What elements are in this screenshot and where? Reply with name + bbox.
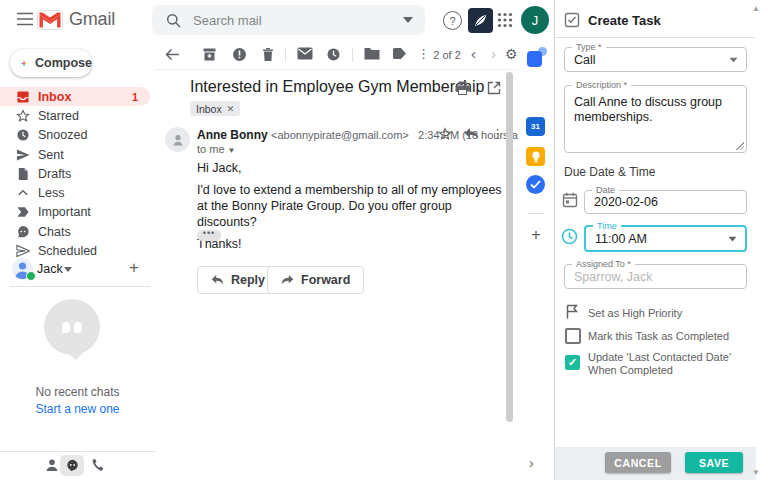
type-select[interactable]: Type * Call bbox=[564, 47, 747, 72]
description-textarea[interactable]: Description * Call Anne to discuss group… bbox=[564, 85, 747, 153]
body-closing: Thanks! bbox=[197, 236, 509, 252]
open-in-new-icon[interactable] bbox=[487, 81, 501, 95]
keep-icon[interactable] bbox=[526, 147, 545, 166]
sidebar-nav: Inbox 1 Starred Snoozed Sent bbox=[0, 87, 155, 261]
hangouts-profile-row: Jack + bbox=[0, 258, 155, 282]
print-icon[interactable] bbox=[455, 81, 470, 95]
star-message-icon[interactable] bbox=[438, 127, 452, 141]
get-addons-plus-icon[interactable]: + bbox=[528, 225, 544, 245]
update-last-contacted-checkbox-checked[interactable]: ✓ bbox=[565, 355, 580, 370]
gmail-header: Gmail Search mail ? J bbox=[0, 0, 554, 42]
sidebar-item-snoozed[interactable]: Snoozed bbox=[0, 126, 155, 145]
sidebar-item-chats[interactable]: Chats bbox=[0, 222, 155, 241]
star-icon bbox=[16, 109, 30, 123]
sidebar-item-drafts[interactable]: Drafts bbox=[0, 164, 155, 183]
sidebar-item-inbox[interactable]: Inbox 1 bbox=[0, 87, 150, 106]
gmail-logo-icon[interactable] bbox=[37, 10, 63, 30]
gmail-wordmark: Gmail bbox=[69, 9, 115, 30]
collapse-panel-chevron-icon[interactable]: › bbox=[529, 455, 534, 471]
date-field[interactable]: Date 2020-02-06 bbox=[584, 190, 747, 214]
copper-icon[interactable] bbox=[527, 47, 547, 67]
help-icon[interactable]: ? bbox=[443, 11, 462, 30]
draft-icon bbox=[16, 167, 30, 181]
hangouts-logo-icon bbox=[44, 299, 100, 355]
recipient-line[interactable]: to me ▼ bbox=[197, 143, 236, 155]
assigned-to-field[interactable]: Assigned To * Sparrow, Jack bbox=[564, 264, 747, 289]
delete-icon[interactable] bbox=[261, 47, 275, 62]
contacts-icon[interactable] bbox=[45, 458, 59, 472]
newer-chevron-icon[interactable]: ‹ bbox=[471, 47, 476, 61]
body-greeting: Hi Jack, bbox=[197, 160, 509, 176]
new-chat-plus-icon[interactable]: + bbox=[126, 258, 142, 278]
sidebar-item-less[interactable]: Less bbox=[0, 183, 155, 202]
mark-unread-icon[interactable] bbox=[297, 47, 313, 60]
pagination-count: 2 of 2 bbox=[425, 49, 469, 61]
gmail-sidebar: Compose Inbox 1 Starred Snoozed bbox=[0, 41, 155, 480]
save-button[interactable]: SAVE bbox=[685, 452, 743, 473]
older-chevron-icon[interactable]: › bbox=[491, 47, 496, 61]
priority-flag-icon[interactable] bbox=[565, 304, 579, 319]
presence-dot bbox=[26, 271, 36, 281]
message-more-icon[interactable]: ⋮ bbox=[491, 126, 504, 141]
description-label: Description * bbox=[572, 80, 631, 91]
google-apps-icon[interactable] bbox=[497, 12, 513, 28]
completed-option-label[interactable]: Mark this Task as Completed bbox=[588, 330, 729, 343]
time-caret-icon[interactable] bbox=[728, 236, 737, 241]
tasks-icon[interactable] bbox=[526, 175, 545, 194]
type-value: Call bbox=[574, 53, 596, 67]
copper-extension-icon[interactable] bbox=[468, 8, 493, 33]
search-input[interactable]: Search mail bbox=[193, 13, 403, 28]
profile-name[interactable]: Jack bbox=[37, 262, 63, 276]
start-new-chat-link[interactable]: Start a new one bbox=[0, 402, 155, 416]
search-bar[interactable]: Search mail bbox=[152, 5, 425, 35]
cancel-button[interactable]: CANCEL bbox=[605, 452, 671, 473]
sender-email: <abonnypirate@gmail.com> bbox=[271, 129, 409, 141]
priority-option-label[interactable]: Set as High Priority bbox=[588, 307, 682, 320]
completed-checkbox[interactable] bbox=[565, 328, 581, 344]
chevron-up-icon bbox=[16, 186, 30, 200]
panel-scroll-up-icon[interactable]: ▲ bbox=[752, 4, 760, 13]
mail-scrollbar[interactable] bbox=[506, 72, 513, 422]
details-caret-icon[interactable]: ▼ bbox=[228, 146, 236, 155]
type-caret-icon[interactable] bbox=[729, 57, 738, 62]
sidebar-item-starred[interactable]: Starred bbox=[0, 106, 155, 125]
toolbar-separator bbox=[285, 48, 286, 62]
addon-strip: 31 + › bbox=[518, 41, 554, 480]
labels-icon[interactable] bbox=[392, 47, 407, 60]
snooze-icon[interactable] bbox=[326, 47, 341, 62]
compose-button[interactable]: Compose bbox=[10, 49, 92, 77]
search-options-caret-icon[interactable] bbox=[403, 17, 413, 23]
resize-handle-icon[interactable] bbox=[736, 142, 744, 150]
sidebar-item-important[interactable]: Important bbox=[0, 203, 155, 222]
panel-scroll-down-icon[interactable]: ▼ bbox=[752, 468, 760, 477]
hamburger-icon[interactable] bbox=[16, 12, 34, 26]
inbox-icon bbox=[16, 90, 30, 104]
report-spam-icon[interactable] bbox=[232, 47, 247, 62]
assigned-to-value: Sparrow, Jack bbox=[574, 270, 653, 284]
update-last-contacted-label[interactable]: Update 'Last Contacted Date' When Comple… bbox=[588, 351, 740, 377]
account-avatar[interactable]: J bbox=[521, 6, 549, 34]
reply-arrow-icon bbox=[211, 275, 224, 285]
sidebar-item-sent[interactable]: Sent bbox=[0, 145, 155, 164]
mail-view: ⋮ 2 of 2 ‹ › ⚙ Interested in Employee Gy… bbox=[155, 41, 518, 480]
reply-icon[interactable] bbox=[464, 128, 479, 140]
forward-button[interactable]: Forward bbox=[267, 266, 364, 294]
mail-toolbar: ⋮ 2 of 2 ‹ › ⚙ bbox=[155, 41, 518, 70]
calendar-icon[interactable]: 31 bbox=[526, 117, 545, 136]
create-task-panel: Create Task Type * Call Description * Ca… bbox=[554, 0, 768, 480]
profile-caret-icon[interactable] bbox=[64, 267, 72, 272]
archive-icon[interactable] bbox=[202, 47, 217, 62]
show-trimmed-content-button[interactable]: ••• bbox=[197, 230, 221, 241]
settings-gear-icon[interactable]: ⚙ bbox=[505, 46, 518, 62]
body-paragraph: I'd love to extend a membership to all o… bbox=[197, 182, 509, 230]
time-select[interactable]: Time 11:00 AM bbox=[584, 225, 747, 252]
email-subject: Interested in Employee Gym Membership bbox=[190, 78, 484, 96]
phone-icon[interactable] bbox=[90, 458, 104, 472]
panel-title: Create Task bbox=[588, 13, 661, 28]
move-to-icon[interactable] bbox=[364, 47, 380, 60]
calendar-field-icon bbox=[562, 192, 578, 208]
hangouts-tab-icon[interactable] bbox=[60, 455, 84, 476]
remove-label-icon[interactable]: ✕ bbox=[227, 104, 235, 114]
date-value: 2020-02-06 bbox=[594, 195, 658, 209]
back-icon[interactable] bbox=[164, 47, 180, 62]
